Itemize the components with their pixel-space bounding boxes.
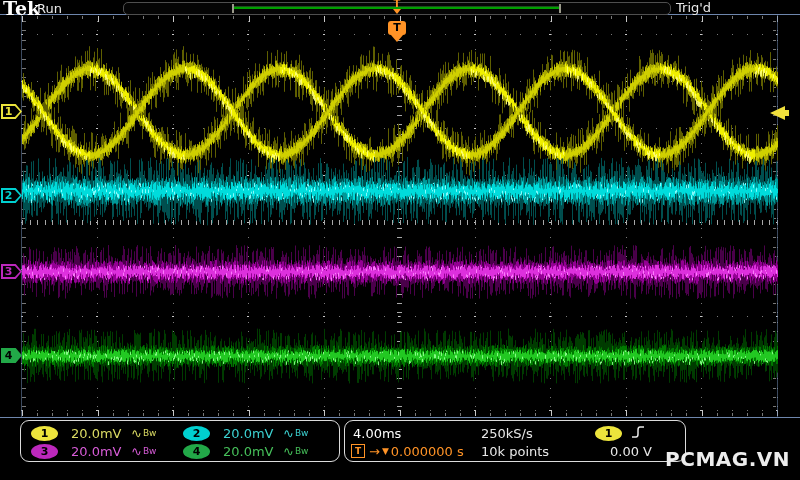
channel4-readout[interactable]: 4 20.0mV ∿ Bw	[183, 443, 308, 459]
record-window-bracket-right	[559, 4, 561, 13]
tek-logo: Tek	[3, 0, 40, 19]
trigger-level-arrow-icon[interactable]	[770, 106, 785, 120]
arrow-right-icon: →	[369, 444, 380, 459]
time-per-division[interactable]: 4.00ms	[353, 425, 401, 441]
channel4-position-marker[interactable]: 4	[1, 348, 22, 363]
trigger-status: Trig'd	[676, 0, 711, 15]
trigger-level-arrow-tail	[785, 110, 789, 116]
channel3-position-marker[interactable]: 3	[1, 264, 22, 279]
bandwidth-limit-icon: Bw	[143, 428, 157, 438]
channel4-scale: 20.0mV	[223, 444, 283, 459]
trigger-position-readout[interactable]: T → ▼ 0.000000 s	[351, 443, 464, 459]
horizontal-trigger-readout-box: 4.00ms 250kS/s 1 T → ▼ 0.000000 s 10k po…	[344, 420, 686, 462]
channel4-badge: 4	[183, 444, 210, 459]
bandwidth-limit-icon: Bw	[143, 446, 157, 456]
trigger-source-readout[interactable]: 1	[595, 425, 622, 441]
trigger-t-icon: T	[351, 444, 365, 458]
trigger-position-mini-marker: T	[389, 0, 405, 14]
channel1-position-marker[interactable]: 1	[1, 104, 22, 119]
oscilloscope-screen: Tek Run T Trig'd T 1 2 3 4 1 20.0mV	[0, 0, 800, 480]
waveform-display	[0, 0, 800, 480]
trigger-position-flag[interactable]: T	[388, 21, 406, 35]
trigger-level-value: 0.00 V	[595, 443, 667, 459]
bandwidth-limit-icon: Bw	[295, 446, 309, 456]
channel-readout-box: 1 20.0mV ∿ Bw 2 20.0mV ∿ Bw 3 20.0mV ∿ B…	[20, 420, 340, 462]
bandwidth-limit-icon: Bw	[295, 428, 309, 438]
ac-coupling-icon: ∿	[131, 444, 142, 459]
down-arrow-icon	[393, 9, 401, 14]
ac-coupling-icon: ∿	[131, 426, 142, 441]
channel2-badge: 2	[183, 426, 210, 441]
channel1-scale: 20.0mV	[71, 426, 131, 441]
sample-rate: 250kS/s	[481, 425, 533, 441]
watermark: PCMAG.VN	[665, 447, 790, 471]
trigger-position-value: 0.000000 s	[391, 444, 464, 459]
channel1-readout[interactable]: 1 20.0mV ∿ Bw	[31, 425, 156, 441]
channel1-badge: 1	[31, 426, 58, 441]
channel3-readout[interactable]: 3 20.0mV ∿ Bw	[31, 443, 156, 459]
trigger-slope-rising-icon	[631, 424, 646, 440]
channel2-scale: 20.0mV	[223, 426, 283, 441]
ac-coupling-icon: ∿	[283, 444, 294, 459]
record-length: 10k points	[481, 443, 549, 459]
caret-down-icon: ▼	[382, 446, 389, 456]
channel3-scale: 20.0mV	[71, 444, 131, 459]
record-window-bracket-left	[232, 4, 234, 13]
trigger-source-badge: 1	[595, 426, 622, 441]
channel3-badge: 3	[31, 444, 58, 459]
channel2-readout[interactable]: 2 20.0mV ∿ Bw	[183, 425, 308, 441]
channel2-position-marker[interactable]: 2	[1, 188, 22, 203]
ac-coupling-icon: ∿	[283, 426, 294, 441]
acquisition-status: Run	[37, 1, 62, 16]
trigger-position-flag-arrow-icon	[391, 35, 403, 42]
